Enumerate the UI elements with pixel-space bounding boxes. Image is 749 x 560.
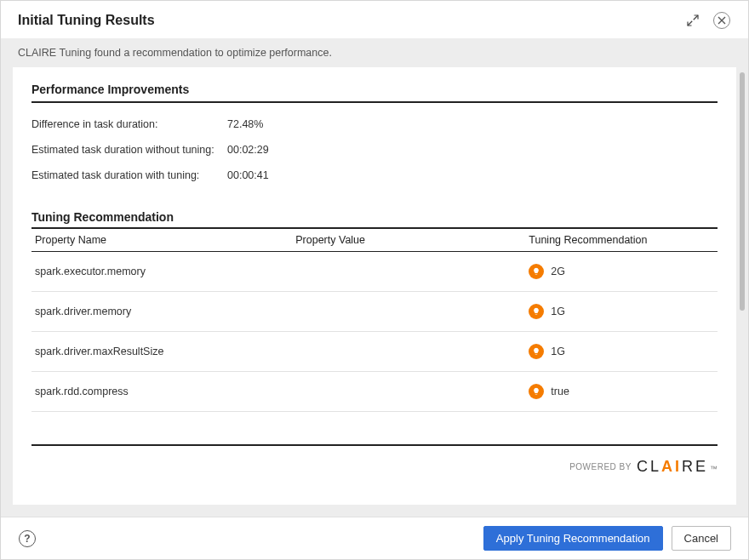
header-icon-group [683, 11, 731, 30]
table-row: spark.driver.maxResultSize 1G [31, 332, 718, 372]
dialog-header: Initial Tuning Results [1, 1, 748, 38]
col-header-name: Property Name [31, 228, 292, 252]
col-header-value: Property Value [292, 228, 525, 252]
prop-name: spark.driver.memory [31, 292, 292, 332]
perf-value: 00:02:29 [227, 144, 269, 156]
prop-value [292, 332, 525, 372]
prop-value [292, 252, 525, 292]
prop-rec: 2G [525, 252, 718, 292]
prop-rec: 1G [525, 332, 718, 372]
dialog-footer: ? Apply Tuning Recommendation Cancel [1, 517, 748, 559]
tuning-section-title: Tuning Recommendation [31, 210, 718, 224]
perf-value: 72.48% [227, 118, 263, 130]
footer-actions: Apply Tuning Recommendation Cancel [483, 526, 731, 551]
perf-row: Difference in task duration: 72.48% [31, 118, 718, 130]
perf-value: 00:00:41 [227, 169, 269, 181]
rec-value: 1G [551, 306, 565, 317]
table-row: spark.driver.memory 1G [31, 292, 718, 332]
perf-label: Estimated task duration with tuning: [31, 169, 219, 181]
apply-button[interactable]: Apply Tuning Recommendation [483, 526, 663, 551]
col-header-rec: Tuning Recommendation [525, 228, 718, 252]
rec-value: true [551, 386, 569, 397]
tuning-table: Property Name Property Value Tuning Reco… [31, 227, 718, 412]
scrollbar[interactable] [740, 72, 745, 311]
prop-value [292, 292, 525, 332]
prop-name: spark.rdd.compress [31, 372, 292, 412]
lightbulb-icon [529, 304, 544, 319]
prop-rec: 1G [525, 292, 718, 332]
help-icon[interactable]: ? [18, 529, 37, 548]
powered-by-row: POWERED BY CLAIRE™ [31, 454, 718, 476]
perf-label: Estimated task duration without tuning: [31, 144, 219, 156]
table-row: spark.executor.memory 2G [31, 252, 718, 292]
lightbulb-icon [529, 384, 544, 399]
perf-row: Estimated task duration without tuning: … [31, 144, 718, 156]
prop-name: spark.driver.maxResultSize [31, 332, 292, 372]
rec-value: 2G [551, 266, 565, 277]
lightbulb-icon [529, 344, 544, 359]
prop-value [292, 372, 525, 412]
section-divider [31, 444, 718, 446]
cancel-button[interactable]: Cancel [672, 526, 731, 551]
dialog-title: Initial Tuning Results [18, 13, 155, 28]
content-scroll-area: Performance Improvements Difference in t… [1, 67, 748, 517]
perf-label: Difference in task duration: [31, 118, 219, 130]
prop-rec: true [525, 372, 718, 412]
content-panel: Performance Improvements Difference in t… [13, 67, 736, 505]
lightbulb-icon [529, 264, 544, 279]
claire-logo: CLAIRE™ [637, 458, 718, 476]
table-row: spark.rdd.compress true [31, 372, 718, 412]
perf-row: Estimated task duration with tuning: 00:… [31, 169, 718, 181]
dialog-subheader: CLAIRE Tuning found a recommendation to … [1, 38, 748, 67]
prop-name: spark.executor.memory [31, 252, 292, 292]
powered-by-label: POWERED BY [569, 462, 632, 471]
expand-icon[interactable] [683, 11, 702, 30]
close-icon[interactable] [712, 11, 731, 30]
performance-section-title: Performance Improvements [31, 83, 718, 103]
rec-value: 1G [551, 346, 565, 357]
